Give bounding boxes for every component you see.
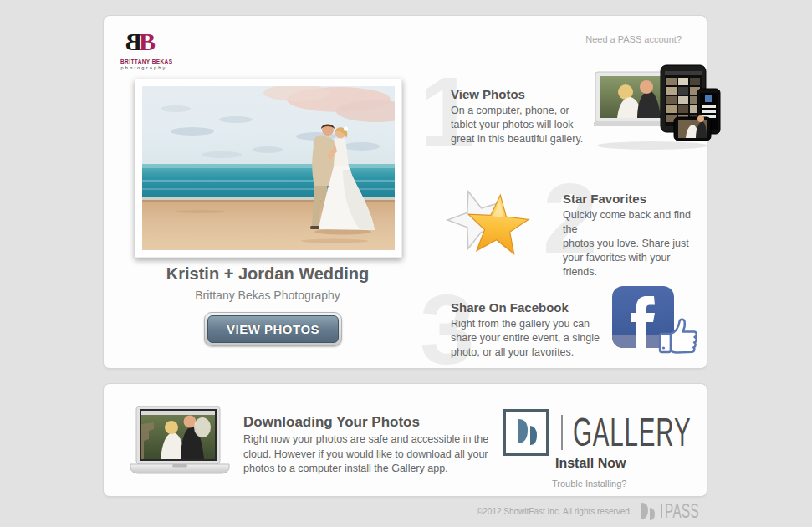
feature-text: Right from the gallery you can share you… [451,317,618,360]
welcome-card: B B BRITTANY BEKAS photography Need a PA… [103,15,707,369]
feature-share-facebook: 3 Share On Facebook Right from the galle… [420,282,696,366]
feature-view-photos: 1 View Photos On a computer, phone, or t… [420,66,696,158]
feature-title: View Photos [451,87,605,101]
page-footer: ©2012 ShowitFast Inc. All rights reserve… [477,501,707,521]
brittany-bekas-logo: B B BRITTANY BEKAS photography [120,31,167,70]
need-pass-account-link[interactable]: Need a PASS account? [585,34,682,44]
trouble-installing-link[interactable]: Trouble Installing? [552,478,626,489]
download-text: Right now your photos are safe and acces… [243,432,488,477]
photographer-name: Brittany Bekas Photography [135,289,401,302]
view-photos-button-rim[interactable]: VIEW PHOTOS [204,312,342,346]
feature-star-favorites: 2 Star Favorites Quickly come back and f… [442,171,693,279]
laptop-icon [129,406,231,478]
install-now-link[interactable]: Install Now [555,456,626,471]
gallery-logo: GALLERY [503,409,717,456]
gallery-logo-divider [561,415,563,450]
download-title: Downloading Your Photos [243,414,420,431]
feature-text: Quickly come back and find the photos yo… [563,208,730,279]
wedding-photo [135,79,402,258]
brand-monogram: B B [120,31,167,56]
gallery-wordmark: GALLERY [573,409,691,455]
brand-subtitle: photography [120,65,167,70]
beach-wedding-photo-art [142,86,395,250]
gallery-app-icon [503,409,549,456]
devices-gallery-icon [594,64,721,154]
feature-title: Share On Facebook [451,300,618,315]
page: B B BRITTANY BEKAS photography Need a PA… [0,0,812,527]
pass-logo-icon [639,501,657,521]
pass-wordmark: PASS [665,499,699,523]
pass-logo-divider [661,504,662,518]
brand-name: BRITTANY BEKAS [120,59,167,64]
monogram-b-right: B [139,29,156,54]
facebook-like-icon [612,286,702,356]
feature-title: Star Favorites [563,192,730,206]
feature-text: On a computer, phone, or tablet your pho… [451,104,605,146]
download-card: Downloading Your Photos Right now your p… [103,383,707,497]
star-icon [442,183,541,267]
gallery-title: Kristin + Jordan Wedding [135,264,401,284]
copyright-text: ©2012 ShowitFast Inc. All rights reserve… [477,507,632,516]
view-photos-button[interactable]: VIEW PHOTOS [207,315,339,343]
